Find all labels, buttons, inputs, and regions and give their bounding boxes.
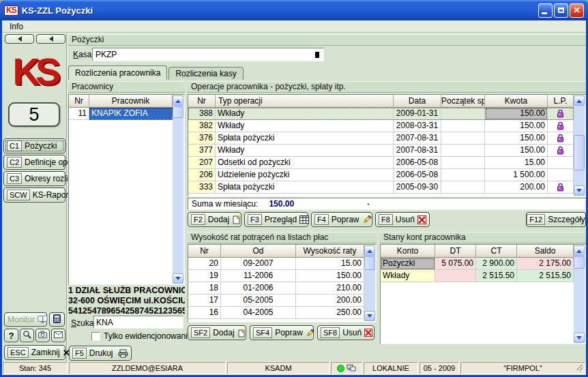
column-header[interactable]: Data — [394, 95, 441, 108]
scroll-down-icon[interactable] — [574, 333, 585, 343]
table-row[interactable]: 206Udzielenie pożyczki2006-05-081 500.00 — [188, 169, 574, 181]
pracownicy-table: Nr Pracownik 11KNAPIK ZOFIA — [68, 94, 185, 285]
f12-szczegoly-button[interactable]: F12 Szczegóły — [526, 212, 586, 227]
f3-przeglad-button[interactable]: F3 Przegląd — [244, 212, 308, 227]
search-button[interactable] — [20, 329, 34, 342]
kasa-input[interactable]: PKZP — [92, 48, 324, 61]
grid-icon — [299, 215, 309, 224]
table-row[interactable]: 388Wkłady2009-01-31150.00 — [188, 108, 574, 120]
suma-strip: Suma w miesiącu: 150.00 - — [188, 198, 586, 210]
scroll-thumb[interactable] — [574, 135, 585, 170]
minimize-button[interactable] — [538, 3, 553, 18]
key-label: C2 — [7, 157, 22, 168]
nav-back-button-1[interactable] — [5, 34, 34, 44]
ewidencjonowani-checkbox[interactable] — [91, 332, 100, 341]
column-header[interactable]: DT — [435, 245, 476, 258]
column-header[interactable]: Konto — [381, 245, 435, 258]
checkbox-label: Tylko ewidencjonowani — [104, 331, 188, 341]
cell: 150.00 — [296, 270, 364, 282]
column-header[interactable]: Saldo — [517, 245, 574, 258]
sf8-usun-button[interactable]: SF8 Usuń — [317, 325, 374, 340]
column-header[interactable]: L.P. — [548, 95, 574, 108]
key-label: C1 — [7, 140, 22, 151]
table-row[interactable]: 333Spłata pożyczki2005-09-30200.00 — [188, 181, 574, 194]
table-row[interactable]: 1911-2006150.00 — [188, 270, 364, 282]
f8-usun-button[interactable]: F8 Usuń — [375, 212, 430, 227]
column-header[interactable]: Pracownik — [89, 95, 173, 108]
f2-dodaj-button[interactable]: F2 Dodaj — [188, 212, 241, 227]
scroll-up-icon[interactable] — [574, 245, 585, 256]
szukaj-input[interactable] — [93, 316, 183, 329]
sf2-dodaj-button[interactable]: SF2 Dodaj — [188, 325, 246, 340]
stany-scrollbar[interactable] — [574, 245, 585, 343]
table-row[interactable]: 1801-2006210.00 — [188, 282, 364, 295]
pracownicy-scrollbar[interactable] — [173, 95, 183, 284]
raty-table: Nr Od Wysokość raty 2009-200715.001911-2… — [188, 244, 377, 322]
column-header[interactable]: Kwota — [485, 95, 548, 108]
close-form-button[interactable]: ESC Zamknij — [4, 345, 65, 360]
table-row[interactable]: 377Wkłady2007-08-31150.00 — [188, 145, 574, 157]
column-header[interactable]: Nr — [188, 95, 216, 108]
operacje-buttons: F2 Dodaj F3 Przegląd F4 Popraw F8 Usuń F… — [188, 212, 586, 227]
table-row[interactable]: 1705-2005200.00 — [188, 295, 364, 307]
network-icon — [347, 363, 356, 373]
column-header[interactable]: Typ operacji — [216, 95, 394, 108]
cell: 17 — [188, 295, 221, 307]
mail-button[interactable] — [51, 329, 65, 342]
table-row[interactable]: 207Odsetki od pożyczki2006-05-0815.00 — [188, 157, 574, 169]
scroll-thumb[interactable] — [574, 256, 585, 269]
calculator-button[interactable] — [49, 312, 65, 327]
scroll-thumb[interactable] — [364, 256, 375, 270]
column-header[interactable]: Od — [221, 245, 296, 258]
monitor-button[interactable]: Monitor 1 — [4, 312, 47, 327]
scroll-down-icon[interactable] — [364, 311, 375, 321]
column-header[interactable]: Wysokość raty — [296, 245, 364, 258]
scroll-thumb[interactable] — [173, 106, 183, 118]
print-button[interactable]: F5 Drukuj — [69, 346, 132, 361]
table-row[interactable]: 382Wkłady2008-03-31150.00 — [188, 120, 574, 132]
scroll-up-icon[interactable] — [173, 95, 183, 106]
camera-button[interactable] — [35, 329, 50, 342]
table-row[interactable]: 2009-200715.00 — [188, 258, 364, 270]
sf4-popraw-button[interactable]: SF4 Popraw — [250, 325, 314, 340]
operacje-scrollbar[interactable] — [574, 95, 585, 196]
menu-item-info[interactable]: Info — [7, 22, 26, 31]
status-green-dot-icon — [337, 365, 344, 372]
maximize-button[interactable] — [554, 3, 568, 18]
table-row[interactable]: Pożyczki5 075.002 900.002 175.00 — [381, 258, 574, 270]
button-label: Drukuj — [89, 348, 113, 358]
table-row[interactable]: 11KNAPIK ZOFIA — [69, 108, 173, 120]
f4-popraw-button[interactable]: F4 Popraw — [311, 212, 372, 227]
scroll-down-icon[interactable] — [173, 273, 183, 284]
column-header[interactable]: CT — [476, 245, 517, 258]
nav-back-button-2[interactable] — [36, 34, 65, 44]
maximize-icon — [558, 7, 564, 13]
close-button[interactable] — [570, 3, 584, 18]
column-header[interactable]: Początek spł. — [441, 95, 485, 108]
scroll-up-icon[interactable] — [574, 95, 585, 106]
table-row[interactable]: 376Spłata pożyczki2007-08-31150.00 — [188, 132, 574, 145]
key-label: SCW — [7, 190, 30, 200]
table-row[interactable]: 1604-2005250.00 — [188, 307, 364, 319]
column-header[interactable]: Nr — [69, 95, 89, 108]
help-button[interactable]: ? — [4, 329, 18, 342]
window-frame: Info KS 5 C1 Pożyczki C2 Definicje oper.… — [0, 20, 588, 377]
sidebar-button-definicje[interactable]: C2 Definicje oper. — [3, 155, 65, 170]
cell: 18 — [188, 282, 221, 295]
scroll-down-icon[interactable] — [574, 185, 585, 196]
account-name-cell: Pożyczki — [381, 258, 435, 270]
raty-scrollbar[interactable] — [364, 245, 375, 321]
tab-rozliczenia-kasy[interactable]: Rozliczenia kasy — [168, 67, 243, 80]
titlebar[interactable]: KS KS-ZZL Pożyczki — [0, 0, 588, 20]
sidebar-button-ks-raport[interactable]: SCW KS-Raport — [3, 187, 65, 202]
resize-grip[interactable] — [575, 363, 584, 373]
tab-rozliczenia-pracownika[interactable]: Rozliczenia pracownika — [68, 65, 167, 80]
sidebar-button-okresy[interactable]: C3 Okresy rozlicz. — [3, 171, 65, 186]
table-row[interactable]: Wkłady2 515.502 515.50 — [381, 270, 574, 282]
delete-x-icon — [364, 329, 372, 337]
scroll-up-icon[interactable] — [364, 245, 375, 256]
column-header[interactable]: Nr — [188, 245, 221, 258]
kasa-picker-button[interactable] — [311, 48, 323, 61]
status-user: ZZLDEMO@ESIARA — [69, 362, 226, 374]
sidebar-button-pozyczki[interactable]: C1 Pożyczki — [3, 138, 65, 153]
